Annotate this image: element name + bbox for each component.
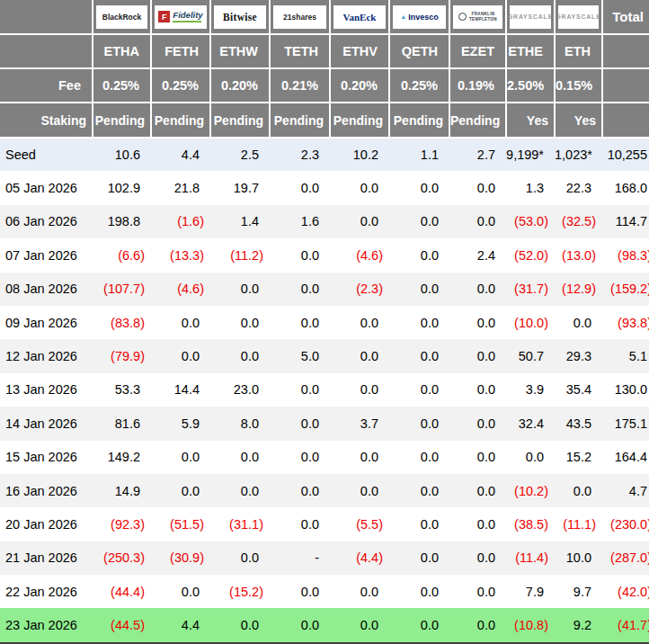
cell-TETH-08-jan-2026: 0.0: [270, 273, 330, 306]
row-label-08-jan-2026: 08 Jan 2026: [0, 273, 93, 306]
cell-TETH-07-jan-2026: 0.0: [270, 238, 330, 272]
staking-EZET: Pending: [449, 103, 506, 138]
negative-value: (2.3): [356, 282, 383, 296]
cell-ETH-seed: 1,023*: [555, 138, 602, 171]
cell-ETHA-13-jan-2026: 53.3: [93, 373, 151, 407]
row-label-23-jan-2026: 23 Jan 2026: [0, 608, 93, 641]
cell-FETH-06-jan-2026: (1.6): [151, 205, 210, 238]
cell-total-23-jan-2026: (41.7): [602, 608, 649, 641]
negative-value: (11.1): [563, 517, 596, 532]
grayscale2-logo: GRAYSCALE: [558, 5, 599, 29]
cell-ETHA-06-jan-2026: 198.8: [93, 205, 151, 238]
cell-ETHE-07-jan-2026: (52.0): [506, 238, 555, 272]
cell-total-12-jan-2026: 5.1: [602, 339, 649, 372]
vaneck-logo: VanEck: [333, 5, 386, 29]
cell-EZET-13-jan-2026: 0.0: [449, 373, 506, 407]
fidelity-logo-text: Fidelity: [173, 11, 202, 20]
staking-QETH: Pending: [389, 103, 449, 138]
cell-ETHA-23-jan-2026: (44.5): [93, 608, 151, 641]
cell-ETH-21-jan-2026: 10.0: [555, 541, 602, 575]
cell-TETH-12-jan-2026: 5.0: [270, 339, 330, 372]
cell-ETHW-14-jan-2026: 8.0: [210, 407, 270, 440]
negative-value: (13.0): [562, 248, 596, 263]
cell-ETHA-20-jan-2026: (92.3): [93, 507, 151, 541]
ticker-EZET: EZET: [449, 34, 506, 68]
ticker-row-head: [0, 34, 93, 68]
cell-ETH-06-jan-2026: (32.5): [555, 205, 602, 238]
negative-value: (159.2): [610, 282, 649, 296]
cell-ETHA-12-jan-2026: (79.9): [93, 339, 151, 372]
cell-TETH-seed: 2.3: [270, 138, 330, 171]
cell-QETH-05-jan-2026: 0.0: [389, 171, 449, 204]
cell-ETH-15-jan-2026: 15.2: [555, 441, 602, 474]
negative-value: (41.7): [618, 618, 649, 632]
cell-ETHE-13-jan-2026: 3.9: [506, 373, 555, 407]
cell-ETHV-13-jan-2026: 0.0: [330, 373, 389, 407]
cell-total-05-jan-2026: 168.0: [602, 171, 649, 204]
fee-QETH: 0.25%: [389, 68, 449, 103]
cell-FETH-16-jan-2026: 0.0: [151, 474, 210, 507]
cell-EZET-20-jan-2026: 0.0: [449, 507, 506, 541]
staking-ETHW: Pending: [210, 103, 270, 138]
cell-total-06-jan-2026: 114.7: [602, 205, 649, 238]
negative-value: (31.1): [229, 517, 263, 532]
staking-ETHA: Pending: [93, 103, 151, 138]
cell-QETH-seed: 1.1: [389, 138, 449, 171]
cell-QETH-20-jan-2026: 0.0: [389, 507, 449, 541]
cell-ETHV-21-jan-2026: (4.4): [330, 541, 389, 575]
negative-value: (79.9): [111, 349, 145, 363]
cell-ETHE-12-jan-2026: 50.7: [506, 339, 555, 372]
table-row-21-jan-2026: 21 Jan 2026(250.3)(30.9)0.0-(4.4)0.00.0(…: [0, 541, 649, 575]
cell-EZET-21-jan-2026: 0.0: [449, 541, 506, 575]
negative-value: (4.4): [356, 550, 383, 565]
cell-FETH-15-jan-2026: 0.0: [151, 441, 210, 474]
cell-ETHE-seed: 9,199*: [506, 138, 555, 171]
cell-ETHW-23-jan-2026: 0.0: [210, 608, 270, 641]
cell-ETHE-16-jan-2026: (10.2): [506, 474, 555, 507]
cell-EZET-05-jan-2026: 0.0: [449, 171, 506, 204]
negative-value: (31.7): [514, 282, 548, 296]
cell-QETH-23-jan-2026: 0.0: [389, 608, 449, 641]
grayscale2-logo-text: GRAYSCALE: [558, 13, 599, 20]
staking-row: StakingPendingPendingPendingPendingPendi…: [0, 103, 649, 138]
cell-ETHW-07-jan-2026: (11.2): [210, 238, 270, 272]
cell-TETH-13-jan-2026: 0.0: [270, 373, 330, 407]
negative-value: (4.6): [356, 248, 383, 263]
cell-QETH-09-jan-2026: 0.0: [389, 306, 449, 339]
table-row-12-jan-2026: 12 Jan 2026(79.9)0.00.05.00.00.00.050.72…: [0, 339, 649, 372]
table-row-20-jan-2026: 20 Jan 2026(92.3)(51.5)(31.1)0.0(5.5)0.0…: [0, 507, 649, 541]
cell-ETHW-12-jan-2026: 0.0: [210, 339, 270, 372]
cell-ETHW-08-jan-2026: 0.0: [210, 273, 270, 306]
cell-QETH-13-jan-2026: 0.0: [389, 373, 449, 407]
cell-FETH-23-jan-2026: 4.4: [151, 608, 210, 641]
cell-FETH-09-jan-2026: 0.0: [151, 306, 210, 339]
cell-EZET-06-jan-2026: 0.0: [449, 205, 506, 238]
fee-ETHE: 2.50%: [506, 68, 555, 103]
cell-TETH-15-jan-2026: 0.0: [270, 441, 330, 474]
cell-QETH-12-jan-2026: 0.0: [389, 339, 449, 372]
franklin-logo-text: FRANKLINTEMPLETON: [469, 12, 497, 22]
cell-ETH-07-jan-2026: (13.0): [555, 238, 602, 272]
negative-value: (53.0): [514, 214, 548, 228]
cell-QETH-22-jan-2026: 0.0: [389, 575, 449, 608]
fee-EZET: 0.19%: [449, 68, 506, 103]
negative-value: (83.8): [111, 316, 145, 330]
cell-QETH-07-jan-2026: 0.0: [389, 238, 449, 272]
negative-value: (250.3): [103, 550, 145, 565]
cell-ETH-14-jan-2026: 43.5: [555, 407, 602, 440]
cell-ETHW-13-jan-2026: 23.0: [210, 373, 270, 407]
cell-ETH-09-jan-2026: 0.0: [555, 306, 602, 339]
cell-ETH-13-jan-2026: 35.4: [555, 373, 602, 407]
cell-ETHA-16-jan-2026: 14.9: [93, 474, 151, 507]
staking-TETH: Pending: [270, 103, 330, 138]
ticker-QETH: QETH: [389, 34, 449, 68]
ticker-ETHW: ETHW: [210, 34, 270, 68]
negative-value: (10.0): [514, 316, 548, 330]
total-column-header: Total: [602, 0, 649, 34]
cell-QETH-06-jan-2026: 0.0: [389, 205, 449, 238]
negative-value: (42.0): [618, 585, 649, 599]
negative-value: (38.5): [514, 517, 548, 532]
cell-ETHA-14-jan-2026: 81.6: [93, 407, 151, 440]
negative-value: (11.4): [515, 550, 548, 565]
cell-FETH-12-jan-2026: 0.0: [151, 339, 210, 372]
